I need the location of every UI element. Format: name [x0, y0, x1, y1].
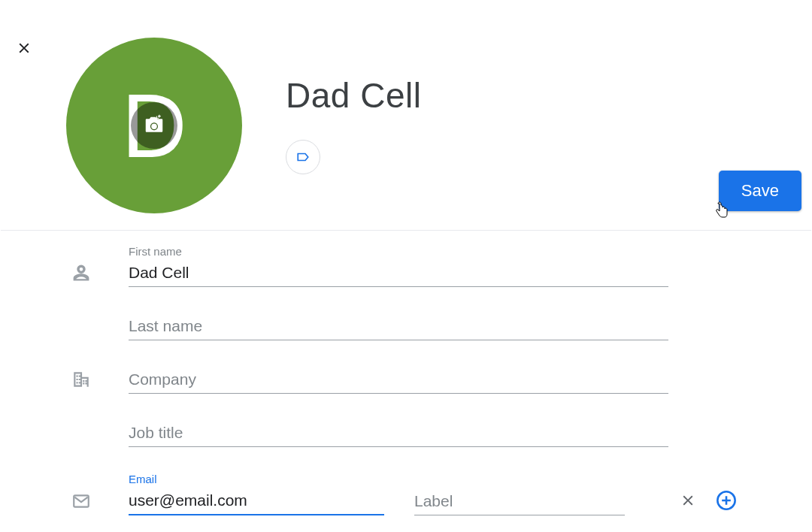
title-area: Dad Cell	[286, 75, 421, 174]
last-name-row	[70, 313, 737, 340]
label-icon	[295, 150, 311, 164]
email-icon	[70, 490, 92, 512]
close-icon	[16, 40, 32, 56]
close-button[interactable]	[14, 38, 35, 59]
contact-header: D Dad Cell	[66, 38, 421, 213]
header-divider	[1, 230, 811, 231]
job-title-input[interactable]	[129, 419, 668, 447]
clear-icon	[680, 492, 696, 509]
company-row	[70, 366, 737, 394]
first-name-row: First name	[70, 245, 737, 287]
email-label: Email	[129, 473, 384, 485]
first-name-input[interactable]	[129, 259, 668, 287]
email-row: Email	[70, 473, 737, 515]
company-input[interactable]	[129, 366, 668, 394]
email-label-input[interactable]	[414, 488, 625, 515]
company-icon	[70, 368, 92, 391]
first-name-label: First name	[129, 245, 668, 258]
person-icon	[70, 261, 92, 284]
save-button[interactable]: Save	[719, 171, 801, 211]
add-email-button[interactable]	[716, 490, 737, 511]
avatar-container: D	[66, 38, 242, 213]
camera-icon	[143, 114, 165, 137]
contact-name-heading: Dad Cell	[286, 75, 421, 116]
last-name-input[interactable]	[129, 313, 668, 340]
svg-point-0	[151, 124, 157, 130]
add-label-button[interactable]	[286, 140, 320, 174]
add-icon	[716, 490, 737, 511]
change-photo-button[interactable]	[131, 102, 177, 149]
avatar[interactable]: D	[66, 38, 242, 213]
job-title-row	[70, 419, 737, 447]
email-input[interactable]	[129, 487, 384, 515]
clear-email-button[interactable]	[680, 492, 696, 509]
contact-form: First name	[70, 245, 737, 515]
